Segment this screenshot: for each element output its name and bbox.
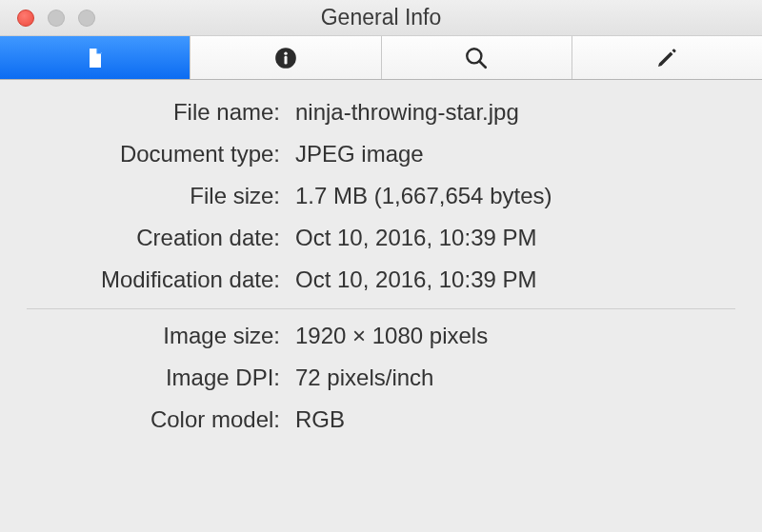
window-title: General Info: [0, 5, 762, 30]
section-divider: [27, 308, 735, 309]
label-document-type: Document type:: [0, 141, 295, 167]
minimize-button[interactable]: [48, 10, 65, 27]
zoom-button[interactable]: [78, 10, 95, 27]
tab-file[interactable]: [0, 36, 190, 79]
content: File name: ninja-throwing-star.jpg Docum…: [0, 80, 762, 532]
window-controls: [0, 10, 95, 27]
label-file-name: File name:: [0, 99, 295, 126]
value-file-size: 1.7 MB (1,667,654 bytes): [295, 183, 762, 209]
label-file-size: File size:: [0, 183, 295, 209]
label-modification-date: Modification date:: [0, 266, 295, 293]
row-file-name: File name: ninja-throwing-star.jpg: [0, 91, 762, 133]
value-image-dpi: 72 pixels/inch: [295, 365, 762, 391]
tab-info[interactable]: [190, 36, 381, 79]
tabbar: [0, 36, 762, 80]
row-color-model: Color model: RGB: [0, 399, 762, 441]
row-document-type: Document type: JPEG image: [0, 133, 762, 175]
value-modification-date: Oct 10, 2016, 10:39 PM: [295, 266, 762, 293]
file-icon: [82, 45, 109, 71]
label-creation-date: Creation date:: [0, 225, 295, 251]
row-modification-date: Modification date: Oct 10, 2016, 10:39 P…: [0, 259, 762, 301]
edit-icon: [653, 45, 680, 71]
label-image-size: Image size:: [0, 323, 295, 349]
value-image-size: 1920 × 1080 pixels: [295, 323, 762, 349]
svg-point-1: [284, 51, 287, 54]
row-creation-date: Creation date: Oct 10, 2016, 10:39 PM: [0, 217, 762, 259]
value-file-name: ninja-throwing-star.jpg: [295, 99, 762, 126]
value-document-type: JPEG image: [295, 141, 762, 167]
label-color-model: Color model:: [0, 406, 295, 433]
svg-line-4: [479, 61, 486, 68]
tab-edit[interactable]: [572, 36, 762, 79]
close-button[interactable]: [17, 10, 34, 27]
row-image-dpi: Image DPI: 72 pixels/inch: [0, 357, 762, 399]
info-icon: [272, 45, 299, 71]
row-image-size: Image size: 1920 × 1080 pixels: [0, 315, 762, 357]
titlebar: General Info: [0, 0, 762, 36]
search-icon: [463, 45, 490, 71]
label-image-dpi: Image DPI:: [0, 365, 295, 391]
info-window: General Info: [0, 0, 762, 532]
value-creation-date: Oct 10, 2016, 10:39 PM: [295, 225, 762, 251]
row-file-size: File size: 1.7 MB (1,667,654 bytes): [0, 175, 762, 217]
value-color-model: RGB: [295, 406, 762, 433]
svg-rect-2: [284, 55, 287, 64]
tab-search[interactable]: [382, 36, 572, 79]
